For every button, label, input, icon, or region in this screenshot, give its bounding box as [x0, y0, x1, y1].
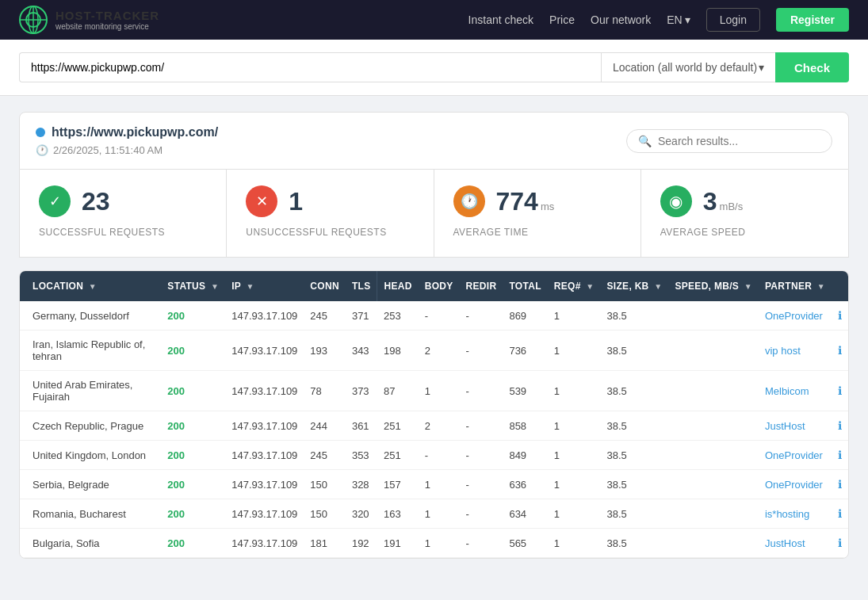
stat-top-time: 🕐 774 ms [453, 185, 555, 217]
td-ip: 147.93.17.109 [225, 331, 304, 371]
td-status: 200 [161, 301, 225, 331]
info-icon[interactable]: ℹ [838, 449, 842, 461]
time-icon: 🕐 [453, 185, 485, 217]
info-icon[interactable]: ℹ [838, 309, 842, 322]
site-url-row: https://www.pickupwp.com/ [36, 125, 218, 139]
unsuccessful-label: UNSUCCESSFUL REQUESTS [246, 227, 386, 238]
td-redir: - [460, 499, 503, 529]
logo: HOST-TRACKER website monitoring service [19, 6, 159, 34]
th-total[interactable]: TOTAL [503, 271, 547, 301]
td-info: ℹ [832, 499, 848, 529]
td-conn: 245 [304, 441, 346, 470]
avg-time-label: AVERAGE TIME [453, 227, 529, 238]
td-partner: OneProvider [759, 301, 832, 331]
stat-successful: ✓ 23 SUCCESSFUL REQUESTS [20, 170, 227, 257]
th-partner[interactable]: PARTNER ▼ [759, 271, 832, 301]
results-section: https://www.pickupwp.com/ 🕐 2/26/2025, 1… [19, 112, 849, 559]
td-partner: OneProvider [759, 470, 832, 499]
check-button[interactable]: Check [775, 52, 849, 82]
info-icon[interactable]: ℹ [838, 537, 842, 549]
info-icon[interactable]: ℹ [838, 419, 842, 432]
td-conn: 244 [304, 411, 346, 441]
logo-subtitle: website monitoring service [55, 22, 159, 31]
logo-icon [19, 6, 48, 34]
td-speed [668, 371, 759, 411]
td-status: 200 [161, 499, 225, 529]
td-location: Czech Republic, Prague [20, 411, 161, 441]
td-status: 200 [161, 441, 225, 470]
td-status: 200 [161, 411, 225, 441]
timestamp: 2/26/2025, 11:51:40 AM [53, 144, 163, 156]
td-ip: 147.93.17.109 [225, 301, 304, 331]
th-conn[interactable]: CONN [304, 271, 346, 301]
td-info: ℹ [832, 470, 848, 499]
login-button[interactable]: Login [706, 8, 760, 32]
speed-icon: ◉ [660, 185, 692, 217]
language-selector[interactable]: EN ▾ [667, 13, 690, 26]
th-head[interactable]: HEAD [377, 271, 419, 301]
stat-top-speed: ◉ 3 mB/s [660, 185, 743, 217]
th-tls[interactable]: TLS [346, 271, 377, 301]
td-body: 1 [419, 529, 460, 558]
th-ip[interactable]: IP ▼ [225, 271, 304, 301]
th-location[interactable]: LOCATION ▼ [20, 271, 161, 301]
url-input[interactable] [19, 52, 601, 82]
stat-top-unsuccessful: ✕ 1 [246, 185, 303, 217]
td-total: 565 [503, 529, 547, 558]
td-req: 1 [548, 371, 601, 411]
info-icon[interactable]: ℹ [838, 384, 842, 397]
td-location: Serbia, Belgrade [20, 470, 161, 499]
nav-price[interactable]: Price [549, 13, 575, 26]
site-url: https://www.pickupwp.com/ [52, 125, 218, 139]
timestamp-row: 🕐 2/26/2025, 11:51:40 AM [36, 144, 218, 156]
td-req: 1 [548, 301, 601, 331]
td-partner: JustHost [759, 529, 832, 558]
td-size: 38.5 [601, 441, 669, 470]
td-ip: 147.93.17.109 [225, 371, 304, 411]
td-tls: 328 [346, 470, 377, 499]
td-body: 2 [419, 331, 460, 371]
td-info: ℹ [832, 529, 848, 558]
td-ip: 147.93.17.109 [225, 411, 304, 441]
results-header: https://www.pickupwp.com/ 🕐 2/26/2025, 1… [19, 112, 849, 170]
td-status: 200 [161, 331, 225, 371]
nav-instant-check[interactable]: Instant check [468, 13, 534, 26]
td-tls: 353 [346, 441, 377, 470]
results-table: LOCATION ▼ STATUS ▼ IP ▼ CONN TLS HEAD B… [20, 271, 848, 558]
th-status[interactable]: STATUS ▼ [161, 271, 225, 301]
info-icon[interactable]: ℹ [838, 344, 842, 357]
th-req[interactable]: REQ# ▼ [548, 271, 601, 301]
info-icon[interactable]: ℹ [838, 478, 842, 491]
th-redir[interactable]: REDIR [460, 271, 503, 301]
td-speed [668, 411, 759, 441]
td-size: 38.5 [601, 331, 669, 371]
td-tls: 371 [346, 301, 377, 331]
search-input[interactable] [658, 135, 820, 147]
info-icon[interactable]: ℹ [838, 507, 842, 520]
td-partner: is*hosting [759, 499, 832, 529]
td-partner: Melbicom [759, 371, 832, 411]
th-body[interactable]: BODY [419, 271, 460, 301]
td-head: 191 [377, 529, 419, 558]
td-redir: - [460, 529, 503, 558]
table-row: Bulgaria, Sofia 200 147.93.17.109 181 19… [20, 529, 848, 558]
stat-avg-speed: ◉ 3 mB/s AVERAGE SPEED [641, 170, 848, 257]
td-info: ℹ [832, 441, 848, 470]
successful-value: 23 [82, 187, 110, 216]
td-redir: - [460, 411, 503, 441]
th-speed[interactable]: SPEED, MB/S ▼ [668, 271, 759, 301]
register-button[interactable]: Register [776, 8, 849, 32]
td-partner: vip host [759, 331, 832, 371]
th-size[interactable]: SIZE, KB ▼ [601, 271, 669, 301]
td-total: 736 [503, 331, 547, 371]
td-head: 163 [377, 499, 419, 529]
nav-network[interactable]: Our network [591, 13, 651, 26]
stats-row: ✓ 23 SUCCESSFUL REQUESTS ✕ 1 UNSUCCESSFU… [19, 170, 849, 258]
td-total: 849 [503, 441, 547, 470]
location-selector[interactable]: Location (all world by default) ▾ [601, 52, 775, 82]
stat-unsuccessful: ✕ 1 UNSUCCESSFUL REQUESTS [227, 170, 434, 257]
td-speed [668, 529, 759, 558]
td-status: 200 [161, 371, 225, 411]
td-speed [668, 441, 759, 470]
td-info: ℹ [832, 411, 848, 441]
